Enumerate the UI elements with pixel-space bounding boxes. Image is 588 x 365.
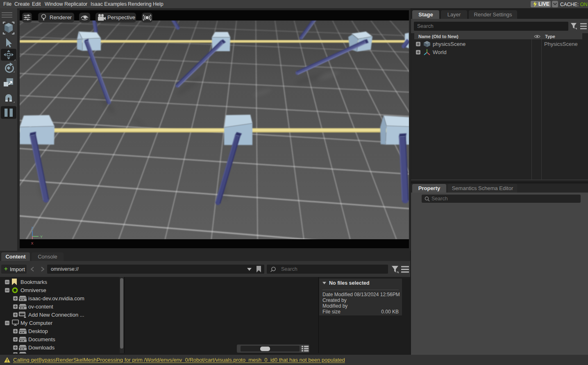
svg-text:Z: Z [31, 226, 34, 230]
svg-text:X: X [31, 241, 34, 245]
svg-text:Y: Y [40, 235, 43, 239]
